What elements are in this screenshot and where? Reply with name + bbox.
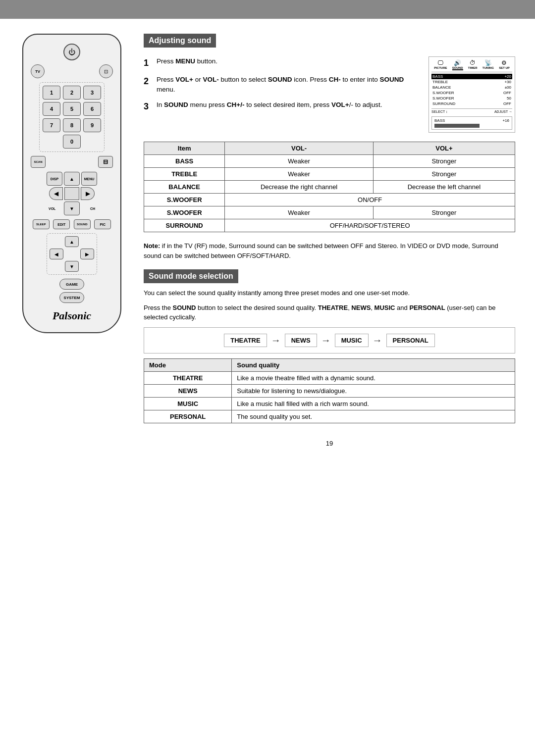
step-3: 3 In SOUND menu press CH+/- to select de… — [144, 100, 421, 113]
screen-icon-picture: 🖵 PICTURE — [434, 59, 447, 70]
dir-br — [80, 261, 94, 272]
table-cell-balance-item: BALANCE — [144, 181, 225, 194]
mode-theatre-box: THEATRE — [224, 334, 267, 347]
pic-button[interactable]: PIC — [94, 219, 111, 229]
game-button[interactable]: GAME — [59, 279, 84, 290]
adjusting-sound-table: Item VOL- VOL+ BASS Weaker Stronger TREB… — [144, 142, 515, 232]
num-1-button[interactable]: 1 — [43, 86, 60, 100]
sound-mode-heading-wrapper: Sound mode selection — [144, 269, 515, 283]
brand-logo: Palsonic — [53, 309, 91, 322]
vol-minus-button[interactable]: ◀ — [49, 187, 63, 200]
step-3-num: 3 — [144, 100, 153, 113]
dir-left-button[interactable]: ◀ — [50, 249, 63, 259]
mode-table-row-music: MUSIC Like a music hall filled with a ri… — [144, 397, 515, 410]
table-header-item: Item — [144, 142, 225, 155]
screen-bass-bar: BASS+16 — [431, 116, 512, 130]
table-cell-surround-modes: OFF/HARD/SOFT/STEREO — [225, 219, 515, 232]
table-row-swoofer1: S.WOOFER ON/OFF — [144, 194, 515, 206]
num-4-button[interactable]: 4 — [43, 102, 60, 116]
mode-news-box: NEWS — [285, 334, 317, 347]
page-wrapper: TV ⊡ 1 2 3 4 5 6 7 8 9 0 — [0, 0, 535, 469]
arrow-2: → — [321, 335, 331, 346]
screen-menu-treble: TREBLE+30 — [431, 79, 512, 85]
dir-tl — [50, 236, 63, 247]
table-cell-bass-vol-minus: Weaker — [225, 155, 374, 168]
tv-button[interactable]: TV — [31, 64, 45, 78]
bass-bar-visual — [434, 124, 480, 128]
num-7-button[interactable]: 7 — [43, 118, 60, 132]
table-header-vol-minus: VOL- — [225, 142, 374, 155]
step-1-num: 1 — [144, 56, 153, 70]
table-cell-balance-vol-plus: Decrease the left channel — [373, 181, 515, 194]
dir-tr — [80, 236, 94, 247]
scan-subtitle-row: SCAN ⊟ — [31, 156, 113, 168]
dir-center — [65, 249, 79, 259]
screen-top-icons: 🖵 PICTURE 🔊 SOUND ⏱ TIMER 📡 — [431, 59, 512, 72]
dir-down-button[interactable]: ▼ — [65, 261, 79, 272]
sound-mode-table: Mode Sound quality THEATRE Like a movie … — [144, 358, 515, 423]
dpad-bot-row: VOL ▼ CH — [49, 202, 95, 215]
sound-mode-desc2: Press the SOUND button to select the des… — [144, 303, 515, 322]
mode-personal-box: PERSONAL — [386, 334, 435, 347]
sound-mode-title: Sound mode selection — [144, 269, 238, 283]
table-cell-treble-vol-minus: Weaker — [225, 168, 374, 181]
remote-section: TV ⊡ 1 2 3 4 5 6 7 8 9 0 — [15, 34, 129, 454]
menu-button[interactable]: MENU — [81, 172, 97, 186]
vol-plus-button[interactable]: ▶ — [81, 187, 95, 200]
number-pad: 1 2 3 4 5 6 7 8 9 0 — [39, 82, 105, 152]
game-system-row: GAME SYSTEM — [59, 279, 84, 303]
screen-preview: 🖵 PICTURE 🔊 SOUND ⏱ TIMER 📡 — [428, 56, 515, 133]
dpad-top-row: DISP ▲ MENU — [47, 172, 97, 186]
num-5-button[interactable]: 5 — [63, 102, 81, 116]
mode-table-cell-news: NEWS — [144, 384, 232, 397]
screen-menu-surround: SURROUNDOFF — [431, 101, 512, 106]
table-row-swoofer2: S.WOOFER Weaker Stronger — [144, 206, 515, 219]
side-icons-row: TV ⊡ — [31, 64, 113, 78]
mode-table-row-news: NEWS Suitable for listening to news/dial… — [144, 384, 515, 397]
mode-table-cell-music: MUSIC — [144, 397, 232, 410]
num-6-button[interactable]: 6 — [83, 102, 101, 116]
num-9-button[interactable]: 9 — [83, 118, 101, 132]
disp-button[interactable]: DISP — [47, 172, 62, 186]
table-cell-balance-vol-minus: Decrease the right channel — [225, 181, 374, 194]
teletext-button[interactable]: ⊡ — [99, 64, 113, 78]
power-button[interactable] — [63, 44, 80, 60]
steps-area: 1 Press MENU button. 2 Press VOL+ or VOL… — [144, 56, 515, 133]
ch-updown: ▲ — [64, 172, 80, 186]
ch-up-button[interactable]: ▲ — [64, 172, 80, 186]
page-number: 19 — [144, 432, 515, 454]
scan-button[interactable]: SCAN — [31, 156, 46, 168]
page-content: TV ⊡ 1 2 3 4 5 6 7 8 9 0 — [0, 19, 535, 469]
mode-table-cell-news-quality: Suitable for listening to news/dialogue. — [232, 384, 515, 397]
dir-right-button[interactable]: ▶ — [80, 249, 94, 259]
num-3-button[interactable]: 3 — [83, 86, 101, 100]
table-cell-swoofer2-item: S.WOOFER — [144, 206, 225, 219]
mode-music-box: MUSIC — [335, 334, 369, 347]
table-row-treble: TREBLE Weaker Stronger — [144, 168, 515, 181]
num-8-button[interactable]: 8 — [63, 118, 81, 132]
table-row-bass: BASS Weaker Stronger — [144, 155, 515, 168]
mode-table-cell-personal-quality: The sound quality you set. — [232, 410, 515, 423]
table-cell-swoofer1-onoff: ON/OFF — [225, 194, 515, 206]
step-2-num: 2 — [144, 75, 153, 95]
mode-table-row-theatre: THEATRE Like a movie theatre filled with… — [144, 371, 515, 384]
num-2-button[interactable]: 2 — [63, 86, 81, 100]
subtitle-button[interactable]: ⊟ — [98, 156, 113, 168]
screen-icon-timer: ⏱ TIMER — [468, 59, 478, 70]
sleep-button[interactable]: SLEEP — [33, 219, 50, 229]
edit-button[interactable]: EDIT — [53, 219, 70, 229]
table-row-balance: BALANCE Decrease the right channel Decre… — [144, 181, 515, 194]
table-cell-bass-item: BASS — [144, 155, 225, 168]
arrow-1: → — [271, 335, 281, 346]
table-header-vol-plus: VOL+ — [373, 142, 515, 155]
mode-table-header-quality: Sound quality — [232, 358, 515, 371]
table-cell-surround-item: SURROUND — [144, 219, 225, 232]
dir-up-button[interactable]: ▲ — [65, 236, 79, 247]
mode-table-row-personal: PERSONAL The sound quality you set. — [144, 410, 515, 423]
dpad-mid-row: ◀ ▶ — [49, 187, 95, 200]
system-button[interactable]: SYSTEM — [59, 292, 84, 303]
num-0-button[interactable]: 0 — [63, 135, 81, 149]
sound-button[interactable]: SOUND — [74, 219, 91, 229]
mode-table-cell-personal: PERSONAL — [144, 410, 232, 423]
ch-down-button[interactable]: ▼ — [64, 202, 80, 215]
